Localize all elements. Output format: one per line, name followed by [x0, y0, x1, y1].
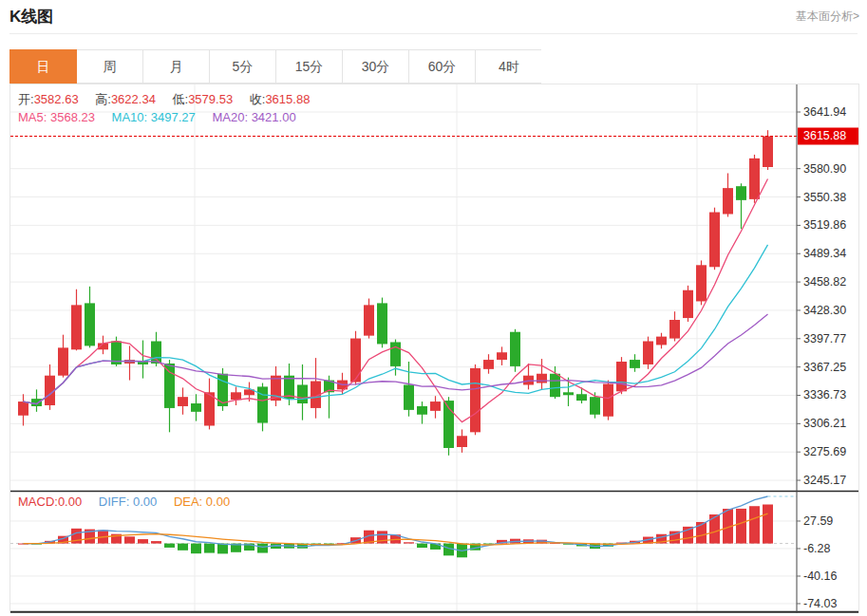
- dea-value: 0.00: [206, 495, 230, 509]
- svg-text:3336.73: 3336.73: [803, 388, 846, 401]
- tab-week[interactable]: 周: [77, 50, 143, 83]
- svg-text:3367.25: 3367.25: [803, 361, 846, 374]
- low-info: 低:3579.53: [173, 92, 234, 106]
- macd-value: 0.00: [58, 495, 82, 509]
- kline-chart-canvas[interactable]: 3641.943580.903550.383519.863489.343458.…: [10, 84, 858, 613]
- fundamental-analysis-link[interactable]: 基本面分析>: [796, 9, 859, 25]
- low-label: 低:: [173, 92, 189, 106]
- svg-text:3550.38: 3550.38: [803, 191, 846, 204]
- header-divider: [9, 33, 858, 34]
- svg-text:-74.03: -74.03: [803, 597, 837, 610]
- close-value: 3615.88: [265, 92, 310, 106]
- candles-layer: [18, 130, 773, 456]
- tab-60min[interactable]: 60分: [409, 50, 476, 83]
- svg-text:3580.90: 3580.90: [803, 162, 846, 176]
- macd-info: MACD:0.00: [18, 495, 82, 509]
- tab-4hour[interactable]: 4时: [476, 50, 542, 83]
- svg-text:3458.82: 3458.82: [803, 275, 846, 289]
- interval-tabbar: 日 周 月 5分 15分 30分 60分 4时: [9, 49, 541, 84]
- dea-label: DEA:: [174, 495, 202, 509]
- open-value: 3582.63: [34, 92, 79, 106]
- diff-info: DIFF: 0.00: [99, 495, 157, 509]
- macd-info-row: MACD:0.00 DIFF: 0.00 DEA: 0.00: [18, 495, 243, 509]
- ma5-label: MA5:: [18, 110, 47, 124]
- tab-15min[interactable]: 15分: [276, 50, 343, 83]
- svg-text:3245.17: 3245.17: [803, 474, 846, 487]
- ma20-value: 3421.00: [252, 110, 296, 124]
- open-info: 开:3582.63: [18, 92, 79, 106]
- ma10-label: MA10:: [112, 110, 148, 124]
- close-info: 收:3615.88: [250, 92, 311, 106]
- chart-container: 3641.943580.903550.383519.863489.343458.…: [9, 84, 859, 613]
- ma10-info: MA10: 3497.27: [112, 110, 196, 124]
- high-info: 高:3622.34: [95, 92, 156, 106]
- ma10-value: 3497.27: [151, 110, 196, 124]
- svg-text:3397.77: 3397.77: [803, 332, 846, 345]
- svg-text:3275.69: 3275.69: [803, 445, 846, 458]
- svg-text:3306.21: 3306.21: [803, 417, 846, 430]
- svg-text:-6.28: -6.28: [803, 542, 831, 555]
- ma5-info: MA5: 3568.23: [18, 110, 95, 124]
- high-label: 高:: [95, 92, 111, 106]
- price-axis-labels: 3641.943580.903550.383519.863489.343458.…: [797, 105, 846, 487]
- kline-widget: K线图 基本面分析> 日 周 月 5分 15分 30分 60分 4时 3641.…: [0, 0, 867, 616]
- tab-day[interactable]: 日: [9, 49, 77, 84]
- ma5-value: 3568.23: [50, 110, 95, 124]
- ohlc-info-row: 开:3582.63 高:3622.34 低:3579.53 收:3615.88: [18, 91, 323, 108]
- ma20-info: MA20: 3421.00: [212, 110, 295, 124]
- tab-month[interactable]: 月: [143, 50, 210, 83]
- tab-30min[interactable]: 30分: [343, 50, 409, 83]
- svg-text:3428.30: 3428.30: [803, 304, 846, 317]
- high-value: 3622.34: [111, 92, 156, 106]
- tab-5min[interactable]: 5分: [210, 50, 276, 83]
- svg-text:27.59: 27.59: [803, 514, 833, 528]
- ma-info-row: MA5: 3568.23 MA10: 3497.27 MA20: 3421.00: [18, 110, 310, 124]
- close-label: 收:: [250, 92, 266, 106]
- diff-label: DIFF:: [99, 495, 130, 509]
- macd-label: MACD:: [18, 495, 58, 509]
- ma10-line: [24, 245, 768, 404]
- diff-value: 0.00: [133, 495, 157, 509]
- last-price-tag: 3615.88: [798, 127, 858, 144]
- low-value: 3579.53: [188, 92, 233, 106]
- svg-text:3615.88: 3615.88: [803, 129, 846, 142]
- page-title: K线图: [9, 6, 53, 28]
- svg-text:3519.86: 3519.86: [803, 218, 846, 232]
- macd-axis-labels: 27.59-6.28-40.16-74.03: [797, 514, 837, 610]
- svg-text:3641.94: 3641.94: [803, 105, 846, 119]
- open-label: 开:: [18, 92, 34, 106]
- svg-text:3489.34: 3489.34: [803, 247, 846, 260]
- dea-info: DEA: 0.00: [174, 495, 230, 509]
- svg-text:-40.16: -40.16: [803, 569, 837, 583]
- ma20-label: MA20:: [212, 110, 248, 124]
